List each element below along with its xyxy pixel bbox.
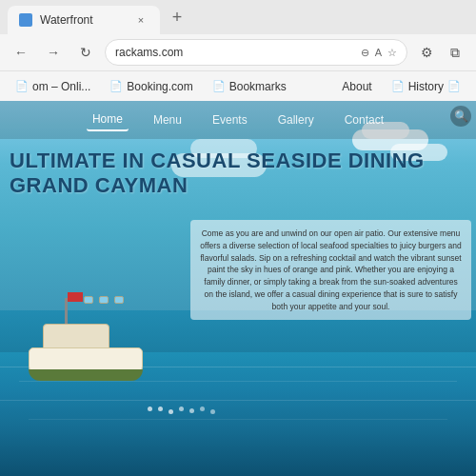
nav-home[interactable]: Home — [87, 109, 129, 131]
boat-window-1 — [84, 296, 93, 304]
water-shimmer-3 — [0, 400, 476, 401]
person-3 — [169, 409, 173, 414]
nav-events[interactable]: Events — [207, 109, 253, 130]
active-tab[interactable]: Waterfront × — [8, 6, 160, 34]
water-shimmer-4 — [29, 419, 447, 420]
tab-title: Waterfront — [40, 13, 126, 27]
boat-hull-dark — [29, 369, 143, 381]
tab-favicon — [19, 13, 32, 27]
bookmark-icon-bookmarks: 📄 — [212, 80, 226, 92]
bookmark-item-1[interactable]: 📄 om – Onli... — [8, 78, 98, 95]
website-content: Home Menu Events Gallery Contact 🔍 ULTIM… — [0, 101, 476, 476]
browser-chrome: Waterfront × + ← → ↻ rackams.com ⊖ A ☆ ⚙… — [0, 0, 476, 101]
boat-window-2 — [99, 296, 109, 304]
forward-button[interactable]: → — [40, 39, 67, 66]
heading-line1: ULTIMATE IN CASUAL SEASIDE DINING — [10, 149, 476, 173]
new-tab-button[interactable]: + — [164, 4, 190, 30]
boat-window-3 — [114, 296, 124, 304]
person-1 — [148, 407, 152, 411]
boat-cabin — [43, 324, 109, 350]
history-page-icon: 📄 — [391, 80, 405, 92]
about-link[interactable]: About — [334, 78, 379, 95]
bookmark-label-1: om – Onli... — [32, 80, 90, 93]
tab-bar: Waterfront × + — [0, 0, 476, 34]
reload-button[interactable]: ↻ — [72, 39, 99, 66]
back-button[interactable]: ← — [8, 39, 34, 66]
split-view-icon[interactable]: ⧉ — [442, 39, 468, 66]
person-5 — [189, 408, 194, 413]
site-search-icon[interactable]: 🔍 — [450, 106, 471, 127]
site-nav: Home Menu Events Gallery Contact 🔍 — [0, 101, 476, 139]
history-trailing-icon: 📄 — [447, 80, 461, 92]
nav-contact[interactable]: Contact — [339, 109, 389, 130]
person-2 — [158, 407, 163, 411]
bookmark-item-bookmarks[interactable]: 📄 Bookmarks — [205, 78, 294, 95]
description-box: Come as you are and unwind on our open a… — [190, 220, 471, 320]
bookmark-icon-1: 📄 — [15, 80, 29, 92]
url-text: rackams.com — [115, 46, 355, 59]
heading-line2: GRAND CAYMAN — [10, 173, 476, 198]
person-4 — [179, 407, 184, 411]
main-heading: ULTIMATE IN CASUAL SEASIDE DINING GRAND … — [0, 149, 476, 198]
nav-gallery[interactable]: Gallery — [272, 109, 320, 130]
bookmark-item-booking[interactable]: 📄 Booking.com — [102, 78, 200, 95]
boat — [10, 286, 162, 390]
zoom-out-icon: ⊖ — [361, 47, 369, 59]
nav-menu[interactable]: Menu — [148, 109, 188, 130]
person-7 — [210, 409, 215, 414]
bookmarks-bar: 📄 om – Onli... 📄 Booking.com 📄 Bookmarks… — [0, 70, 476, 101]
history-label: History — [408, 80, 444, 93]
address-bar: ← → ↻ rackams.com ⊖ A ☆ ⚙ ⧉ — [0, 34, 476, 70]
settings-icon[interactable]: ⚙ — [413, 39, 440, 66]
description-text: Come as you are and unwind on our open a… — [200, 228, 462, 312]
tab-close-button[interactable]: × — [133, 12, 149, 28]
boat-windows — [84, 296, 124, 304]
font-size-icon: A — [375, 47, 382, 58]
person-6 — [200, 407, 205, 411]
toolbar-icons: ⚙ ⧉ — [413, 39, 468, 66]
bookmark-icon-booking: 📄 — [109, 80, 123, 92]
water-people — [148, 407, 215, 414]
history-link[interactable]: 📄 History 📄 — [384, 78, 468, 95]
bookmark-label-booking: Booking.com — [127, 80, 192, 93]
bookmark-label-bookmarks: Bookmarks — [229, 80, 287, 93]
url-bar[interactable]: rackams.com ⊖ A ☆ — [105, 39, 407, 66]
boat-flag — [68, 292, 83, 302]
bookmark-star-icon[interactable]: ☆ — [387, 47, 397, 59]
